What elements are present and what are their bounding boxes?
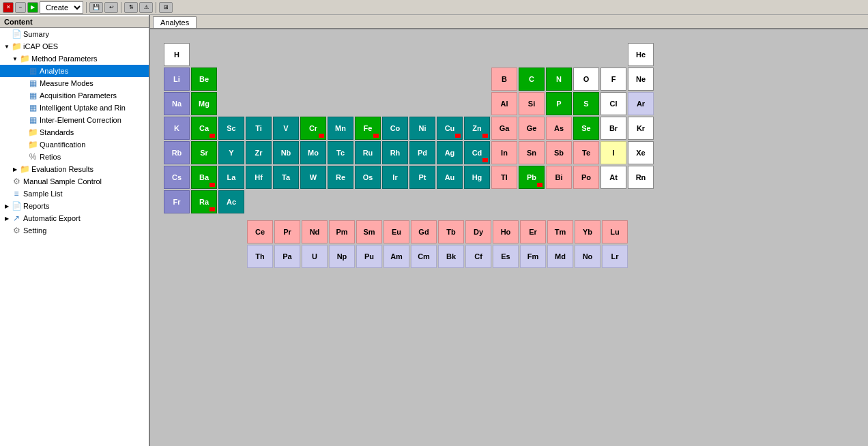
pt-cell-Ac[interactable]: Ac [218,190,244,213]
pt-cell-Cm[interactable]: Cm [411,245,437,268]
sidebar-item-reports[interactable]: ▶📄Reports [0,200,149,212]
pt-cell-Ni[interactable]: Ni [409,117,435,140]
pt-cell-Bk[interactable]: Bk [438,245,464,268]
pt-cell-Md[interactable]: Md [547,245,573,268]
pt-cell-Es[interactable]: Es [493,245,519,268]
pt-cell-Al[interactable]: Al [491,92,517,115]
pt-cell-Sc[interactable]: Sc [218,117,244,140]
pt-cell-Sm[interactable]: Sm [356,220,382,243]
pt-cell-I[interactable]: I [601,141,626,164]
pt-cell-Br[interactable]: Br [601,117,626,140]
refresh-button[interactable]: ↩ [104,2,118,13]
pt-cell-Hg[interactable]: Hg [464,166,490,189]
pt-cell-La[interactable]: La [218,166,244,189]
pt-cell-Rb[interactable]: Rb [164,141,190,164]
pt-cell-Zn[interactable]: Zn [464,117,490,140]
pt-cell-B[interactable]: B [491,68,517,91]
analytes-tab[interactable]: Analytes [153,16,197,28]
pt-cell-Au[interactable]: Au [437,166,463,189]
pt-cell-Cr[interactable]: Cr [300,117,326,140]
pt-cell-Dy[interactable]: Dy [465,220,491,243]
pt-cell-F[interactable]: F [601,68,626,91]
pt-cell-Li[interactable]: Li [164,68,190,91]
sidebar-item-sample-list[interactable]: ≡Sample List [0,188,149,200]
pt-cell-Nb[interactable]: Nb [273,141,299,164]
pt-cell-K[interactable]: K [164,117,190,140]
create-dropdown[interactable]: Create [40,1,83,14]
pt-cell-Mn[interactable]: Mn [328,117,353,140]
run-button[interactable]: ▶ [27,2,38,13]
sidebar-item-automatic-export[interactable]: ▶↗Automatic Export [0,212,149,224]
sidebar-item-icap-oes[interactable]: ▼📁iCAP OES [0,40,149,53]
pt-cell-Sr[interactable]: Sr [191,141,217,164]
pt-cell-Gd[interactable]: Gd [411,220,437,243]
sidebar-item-method-params[interactable]: ▼📁Method Parameters [0,53,149,65]
pt-cell-V[interactable]: V [273,117,299,140]
pt-cell-Ca[interactable]: Ca [191,117,217,140]
pt-cell-Ra[interactable]: Ra [191,190,217,213]
grid-button[interactable]: ⊞ [159,2,173,13]
pt-cell-Re[interactable]: Re [328,166,353,189]
pt-cell-Pb[interactable]: Pb [519,166,545,189]
pt-cell-W[interactable]: W [300,166,326,189]
pt-cell-Pa[interactable]: Pa [274,245,300,268]
pt-cell-Ir[interactable]: Ir [382,166,408,189]
sidebar-item-acquisition-params[interactable]: ▦Acquisition Parameters [0,89,149,102]
close-button[interactable]: ✕ [3,2,14,13]
pt-cell-Se[interactable]: Se [573,117,599,140]
pt-cell-U[interactable]: U [302,245,328,268]
pt-cell-Ag[interactable]: Ag [437,141,463,164]
pt-cell-Zr[interactable]: Zr [246,141,272,164]
pt-cell-Ta[interactable]: Ta [273,166,299,189]
sidebar-item-manual-sample-control[interactable]: ⚙Manual Sample Control [0,175,149,188]
minimize-button[interactable]: − [15,2,26,13]
pt-cell-Th[interactable]: Th [247,245,273,268]
pt-cell-Y[interactable]: Y [218,141,244,164]
pt-cell-Np[interactable]: Np [329,245,355,268]
pt-cell-Tm[interactable]: Tm [547,220,573,243]
pt-cell-Fe[interactable]: Fe [355,117,381,140]
pt-cell-Sb[interactable]: Sb [546,141,572,164]
pt-cell-He[interactable]: He [628,43,654,66]
pt-cell-Te[interactable]: Te [573,141,599,164]
pt-cell-Fm[interactable]: Fm [520,245,546,268]
pt-cell-Na[interactable]: Na [164,92,190,115]
pt-cell-Cl[interactable]: Cl [601,92,626,115]
pt-cell-Ce[interactable]: Ce [247,220,273,243]
pt-cell-Xe[interactable]: Xe [628,141,654,164]
warn-button[interactable]: ⚠ [139,2,153,13]
pt-cell-Cs[interactable]: Cs [164,166,190,189]
pt-cell-Nd[interactable]: Nd [302,220,328,243]
pt-cell-Am[interactable]: Am [384,245,409,268]
sidebar-item-quantification[interactable]: 📁Quantification [0,138,149,151]
pt-cell-H[interactable]: H [164,43,190,66]
sidebar-item-measure-modes[interactable]: ▦Measure Modes [0,77,149,89]
sidebar-item-intelligent-uptake[interactable]: ▦Intelligent Uptake and Rin [0,102,149,114]
save-button[interactable]: 💾 [89,2,103,13]
pt-cell-N[interactable]: N [546,68,572,91]
pt-cell-As[interactable]: As [546,117,572,140]
pt-cell-Pt[interactable]: Pt [409,166,435,189]
pt-cell-Ge[interactable]: Ge [519,117,545,140]
pt-cell-Ru[interactable]: Ru [355,141,381,164]
pt-cell-Hf[interactable]: Hf [246,166,272,189]
pt-cell-Co[interactable]: Co [382,117,408,140]
pt-cell-Po[interactable]: Po [573,166,599,189]
pt-cell-Yb[interactable]: Yb [575,220,601,243]
pt-cell-Cu[interactable]: Cu [437,117,463,140]
pt-cell-Ar[interactable]: Ar [628,92,654,115]
sidebar-item-inter-element[interactable]: ▦Inter-Element Correction [0,114,149,126]
pt-cell-Kr[interactable]: Kr [628,117,654,140]
sidebar-item-setting[interactable]: ⚙Setting [0,224,149,237]
sidebar-item-evaluation-results[interactable]: ▶📁Evaluation Results [0,163,149,175]
pt-cell-Ga[interactable]: Ga [491,117,517,140]
pt-cell-Ti[interactable]: Ti [246,117,272,140]
pt-cell-Pd[interactable]: Pd [409,141,435,164]
sidebar-item-standards[interactable]: 📁Standards [0,126,149,138]
pt-cell-Tb[interactable]: Tb [438,220,464,243]
pt-cell-Pm[interactable]: Pm [329,220,355,243]
pt-cell-At[interactable]: At [601,166,626,189]
pt-cell-Os[interactable]: Os [355,166,381,189]
pt-cell-Ba[interactable]: Ba [191,166,217,189]
pt-cell-Be[interactable]: Be [191,68,217,91]
